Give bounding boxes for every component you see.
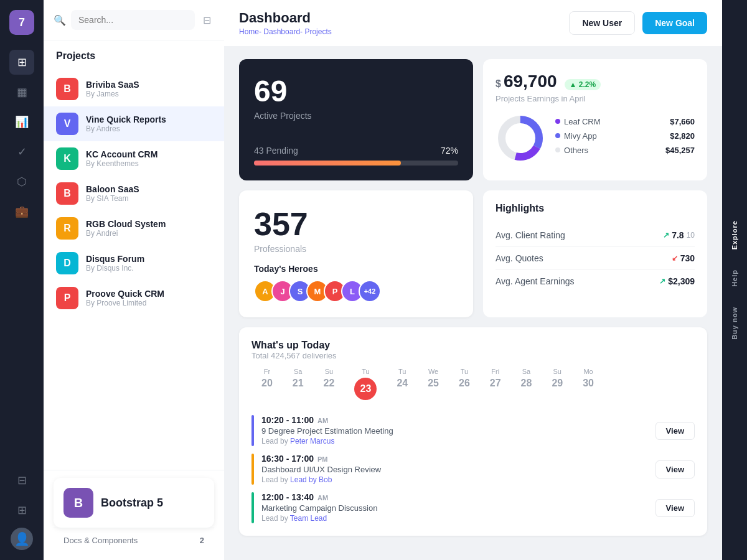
event-name: 9 Degree Project Estimation Meeting — [261, 426, 648, 436]
legend-dot — [555, 147, 560, 152]
earnings-label: Projects Earnings in April — [496, 94, 695, 103]
event-lead-link[interactable]: Team Lead — [290, 514, 327, 523]
event-time: 12:00 - 13:40 AM — [261, 492, 648, 502]
highlight-row: Avg. Client Rating ↗ 7.8 10 — [496, 224, 695, 247]
project-icon: D — [56, 252, 78, 274]
search-input[interactable] — [71, 10, 195, 30]
calendar-day[interactable]: Su22 — [314, 363, 345, 405]
bootstrap-label: Bootstrap 5 — [101, 497, 163, 510]
nav-icon-check[interactable]: ✓ — [9, 139, 34, 164]
nav-icon-apps[interactable]: ⊞ — [9, 498, 34, 523]
panel-tab-buynow[interactable]: Buy now — [726, 297, 743, 350]
page-title: Dashboard — [239, 10, 332, 26]
calendar-day[interactable]: Fr20 — [251, 363, 283, 405]
nav-icon-dashboard[interactable]: ⊞ — [9, 50, 34, 75]
panel-tab-help[interactable]: Help — [726, 259, 743, 297]
event-content: 12:00 - 13:40 AM Marketing Campaign Disc… — [261, 492, 648, 523]
legend-item: Leaf CRM $7,660 — [555, 117, 695, 126]
earnings-legend: Leaf CRM $7,660 Mivy App $2,820 Others $… — [555, 117, 695, 160]
calendar-day[interactable]: Sa21 — [283, 363, 314, 405]
sidebar-section-title: Projects — [44, 40, 224, 67]
project-item-3[interactable]: B Baloon SaaS By SIA Team — [44, 176, 224, 211]
nav-user-avatar[interactable]: 👤 — [11, 528, 33, 550]
highlight-row: Avg. Agent Earnings ↗ $2,309 — [496, 270, 695, 292]
event-content: 16:30 - 17:00 PM Dashboard UI/UX Design … — [261, 454, 648, 484]
highlights-card: Highlights Avg. Client Rating ↗ 7.8 10 A… — [483, 190, 707, 317]
calendar-day[interactable]: Tu26 — [449, 363, 480, 405]
calendar-day[interactable]: Sa28 — [511, 363, 542, 405]
header-left: Dashboard Home- Dashboard- Projects — [239, 10, 332, 36]
active-projects-label: Active Projects — [254, 111, 458, 121]
earnings-card: $ 69,700 ▲ 2.2% Projects Earnings in Apr… — [483, 59, 707, 180]
active-projects-card: 69 Active Projects 43 Pending 72% — [239, 59, 473, 180]
calendar-day[interactable]: Tu24 — [387, 363, 418, 405]
highlights-title: Highlights — [496, 203, 695, 214]
event-view-button[interactable]: View — [655, 499, 695, 517]
search-icon: 🔍 — [54, 14, 66, 26]
event-lead: Lead by Peter Marcus — [261, 437, 648, 446]
project-icon: P — [56, 287, 78, 309]
event-lead-link[interactable]: Peter Marcus — [290, 437, 334, 446]
breadcrumb: Home- Dashboard- Projects — [239, 27, 332, 36]
event-bar — [251, 492, 254, 523]
nav-icon-chart[interactable]: 📊 — [9, 110, 34, 134]
main-area: Dashboard Home- Dashboard- Projects New … — [224, 0, 722, 560]
new-goal-button[interactable]: New Goal — [642, 12, 707, 34]
bootstrap-card[interactable]: B Bootstrap 5 — [54, 478, 214, 528]
heroes-avatars: AJSMPL+42 — [254, 280, 458, 302]
project-info: Proove Quick CRM By Proove Limited — [86, 289, 212, 307]
right-panel: Explore Help Buy now — [722, 0, 747, 560]
nav-icon-grid[interactable]: ▦ — [9, 80, 34, 105]
earnings-chart: Leaf CRM $7,660 Mivy App $2,820 Others $… — [496, 113, 695, 163]
project-item-2[interactable]: K KC Account CRM By Keenthemes — [44, 141, 224, 176]
calendar-day[interactable]: Tu23 — [344, 363, 387, 405]
highlight-row: Avg. Quotes ↙ 730 — [496, 247, 695, 270]
panel-tab-explore[interactable]: Explore — [726, 210, 743, 259]
event-item: 16:30 - 17:00 PM Dashboard UI/UX Design … — [251, 454, 695, 485]
project-info: Disqus Forum By Disqus Inc. — [86, 254, 212, 273]
project-item-1[interactable]: V Vine Quick Reports By Andres — [44, 106, 224, 141]
bootstrap-icon: B — [63, 488, 93, 518]
legend-item: Others $45,257 — [555, 146, 695, 155]
hero-avatar: +42 — [359, 280, 381, 302]
project-item-0[interactable]: B Briviba SaaS By James — [44, 72, 224, 106]
professionals-count: 357 — [254, 205, 458, 243]
content-grid: 69 Active Projects 43 Pending 72% $ 69,7… — [224, 47, 722, 560]
event-item: 10:20 - 11:00 AM 9 Degree Project Estima… — [251, 415, 695, 446]
earnings-dollar: $ — [496, 78, 501, 90]
nav-icon-layers[interactable]: ⬡ — [9, 169, 34, 194]
event-bar — [251, 415, 254, 446]
filter-icon[interactable]: ⊟ — [200, 10, 214, 30]
project-icon: V — [56, 113, 78, 135]
event-bar — [251, 454, 254, 485]
calendar-day[interactable]: Fri27 — [480, 363, 511, 405]
calendar-day[interactable]: Mo30 — [573, 363, 604, 405]
nav-avatar[interactable]: 7 — [9, 10, 34, 35]
project-item-5[interactable]: D Disqus Forum By Disqus Inc. — [44, 246, 224, 281]
legend-item: Mivy App $2,820 — [555, 131, 695, 141]
sidebar: 🔍 ⊟ Projects B Briviba SaaS By James V V… — [44, 0, 224, 560]
project-info: RGB Cloud System By Andrei — [86, 219, 212, 238]
project-item-6[interactable]: P Proove Quick CRM By Proove Limited — [44, 281, 224, 315]
sidebar-search-bar: 🔍 ⊟ — [44, 0, 224, 40]
nav-icon-settings[interactable]: ⊟ — [9, 468, 34, 493]
new-user-button[interactable]: New User — [569, 11, 635, 35]
event-list: 10:20 - 11:00 AM 9 Degree Project Estima… — [251, 415, 695, 523]
whatsup-header: What's up Today Total 424,567 deliveries — [251, 340, 695, 360]
event-lead-link[interactable]: Lead by Bob — [290, 475, 332, 484]
project-icon: B — [56, 182, 78, 205]
calendar-day[interactable]: We25 — [418, 363, 449, 405]
event-view-button[interactable]: View — [655, 460, 695, 478]
docs-bar[interactable]: Docs & Components 2 — [54, 528, 214, 553]
event-view-button[interactable]: View — [655, 422, 695, 440]
nav-icon-briefcase[interactable]: 💼 — [9, 199, 34, 224]
header-actions: New User New Goal — [569, 11, 707, 35]
calendar-days: Fr20Sa21Su22Tu23Tu24We25Tu26Fri27Sa28Su2… — [251, 363, 695, 405]
calendar-day[interactable]: Su29 — [542, 363, 573, 405]
earnings-badge: ▲ 2.2% — [565, 79, 601, 90]
sidebar-bottom: B Bootstrap 5 Docs & Components 2 — [44, 470, 224, 560]
progress-bar-fill — [254, 161, 401, 166]
heroes-section: Today's Heroes AJSMPL+42 — [254, 264, 458, 302]
event-lead: Lead by Lead by Bob — [261, 475, 648, 484]
project-item-4[interactable]: R RGB Cloud System By Andrei — [44, 211, 224, 246]
